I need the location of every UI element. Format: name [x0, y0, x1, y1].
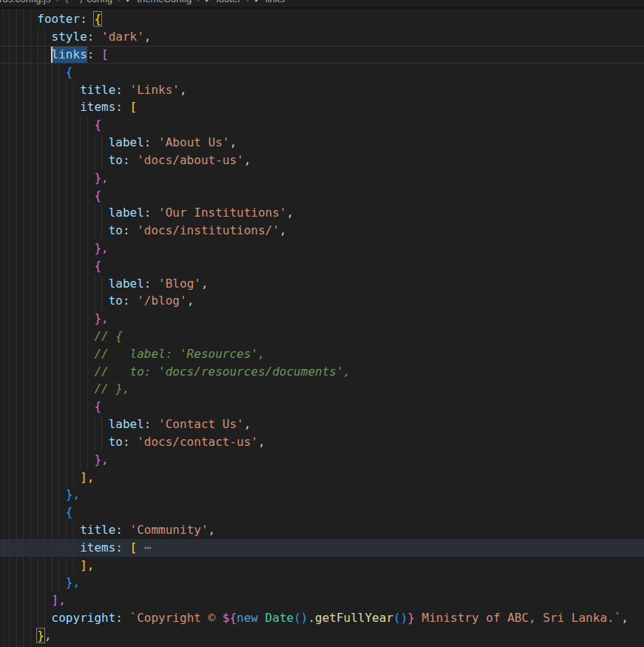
code-line[interactable]: items: [ [0, 98, 644, 116]
code-line[interactable]: }, [0, 169, 644, 187]
code-token: label [109, 206, 144, 220]
breadcrumb-item-config[interactable]: {··}config [64, 0, 112, 4]
code-line[interactable]: { [0, 257, 644, 275]
code-line[interactable]: // { [0, 328, 644, 345]
code-line[interactable]: label: 'About Us', [0, 134, 644, 152]
code-token [9, 83, 80, 97]
code-line[interactable]: to: '/blog', [0, 292, 644, 310]
code-token [9, 223, 109, 237]
code-token: , [187, 294, 194, 308]
code-token [9, 399, 95, 413]
code-token: , [244, 417, 251, 431]
bracket-match: { [94, 12, 101, 26]
code-line[interactable]: ], [0, 557, 644, 575]
code-token: : [115, 100, 129, 114]
code-token [9, 12, 38, 26]
code-token: [ [130, 541, 138, 555]
code-token [9, 294, 109, 308]
code-line[interactable]: { [0, 504, 644, 521]
code-line[interactable]: { [0, 64, 644, 81]
breadcrumb-label: config [87, 0, 112, 4]
breadcrumb-item-docusaurus-config-js[interactable]: docusaurus.config.js [0, 0, 51, 4]
code-token: : [115, 523, 129, 537]
code-line[interactable]: }, [0, 574, 644, 592]
code-token: title [80, 83, 115, 97]
code-token [9, 382, 95, 396]
code-token [9, 135, 109, 149]
code-line[interactable]: to: 'docs/about-us', [0, 152, 644, 169]
breadcrumb-separator-icon: › [56, 0, 59, 4]
code-token: { [66, 505, 73, 519]
code-token: 'Our Institutions' [158, 206, 286, 220]
code-token [9, 453, 95, 467]
code-token: items [80, 541, 115, 555]
code-token: () [294, 611, 308, 625]
symbol-field-icon [126, 0, 134, 3]
code-line[interactable]: }, [0, 486, 644, 504]
code-line[interactable]: { [0, 187, 644, 205]
code-token [9, 593, 52, 607]
code-token [9, 541, 80, 555]
code-token [9, 470, 80, 484]
breadcrumb-label: footer [216, 0, 240, 4]
code-token: : [87, 30, 101, 44]
code-line[interactable]: title: 'Community', [0, 521, 644, 539]
code-token [9, 30, 52, 44]
breadcrumb[interactable]: docusaurus.config.js›{··}config›themeCon… [0, 0, 644, 7]
code-token: , [279, 223, 287, 237]
code-line[interactable]: }, [0, 240, 644, 257]
code-token: , [44, 629, 52, 643]
code-line[interactable]: to: 'docs/contact-us', [0, 433, 644, 451]
code-line[interactable]: ], [0, 592, 644, 609]
code-line[interactable]: title: 'Links', [0, 81, 644, 99]
code-line[interactable]: style: 'dark', [0, 28, 644, 46]
breadcrumb-item-links[interactable]: links [254, 0, 285, 4]
code-line[interactable]: { [0, 116, 644, 134]
code-token: to [109, 294, 123, 308]
breadcrumb-separator-icon: › [118, 0, 121, 4]
code-line[interactable]: // to: 'docs/resources/documents', [0, 363, 644, 381]
symbol-field-icon [254, 0, 262, 3]
code-token: 'Community' [130, 523, 209, 537]
code-line[interactable]: }, [0, 451, 644, 469]
code-line[interactable]: ], [0, 469, 644, 487]
code-line[interactable]: label: 'Blog', [0, 275, 644, 293]
selected-text[interactable]: links [52, 46, 87, 64]
code-line[interactable]: // label: 'Resources', [0, 345, 644, 363]
code-area[interactable]: }, footer: { style: 'dark', links: [ { t… [0, 0, 644, 647]
code-token: title [80, 523, 115, 537]
code-token: // to: 'docs/resources/documents', [94, 365, 350, 379]
code-line[interactable]: label: 'Our Institutions', [0, 204, 644, 222]
code-line[interactable]: { [0, 398, 644, 416]
code-line[interactable]: }, [0, 310, 644, 328]
code-token: { [94, 189, 101, 203]
code-line[interactable]: links: [ [0, 46, 644, 64]
code-token: 'Contact Us' [158, 417, 244, 431]
code-token [9, 575, 66, 589]
breadcrumb-item-footer[interactable]: footer [205, 0, 240, 4]
code-token [9, 311, 95, 325]
code-token: () [393, 611, 407, 625]
code-token [9, 629, 38, 643]
code-editor[interactable]: }, footer: { style: 'dark', links: [ { t… [0, 0, 644, 647]
code-token: , [229, 135, 237, 149]
code-line[interactable]: label: 'Contact Us', [0, 416, 644, 433]
code-token [9, 277, 109, 291]
code-line[interactable]: footer: { [0, 10, 644, 28]
text-cursor [51, 47, 52, 63]
code-line[interactable]: copyright: `Copyright © ${new Date().get… [0, 609, 644, 627]
code-line[interactable]: // }, [0, 380, 644, 398]
symbol-field-icon [205, 0, 213, 3]
code-line[interactable]: }, [0, 627, 644, 645]
breadcrumb-item-themeconfig[interactable]: themeConfig [126, 0, 191, 4]
code-line[interactable]: items: [ ⋯ [0, 539, 644, 557]
code-line[interactable]: to: 'docs/institutions/', [0, 222, 644, 240]
code-token: 'About Us' [158, 135, 229, 149]
code-token: [ [101, 47, 109, 61]
code-token: `Copyright © [130, 611, 223, 625]
code-token: ], [52, 593, 66, 607]
code-token: : [144, 417, 158, 431]
code-token: : [144, 277, 158, 291]
code-token: // { [94, 329, 123, 343]
code-token: }, [94, 453, 108, 467]
